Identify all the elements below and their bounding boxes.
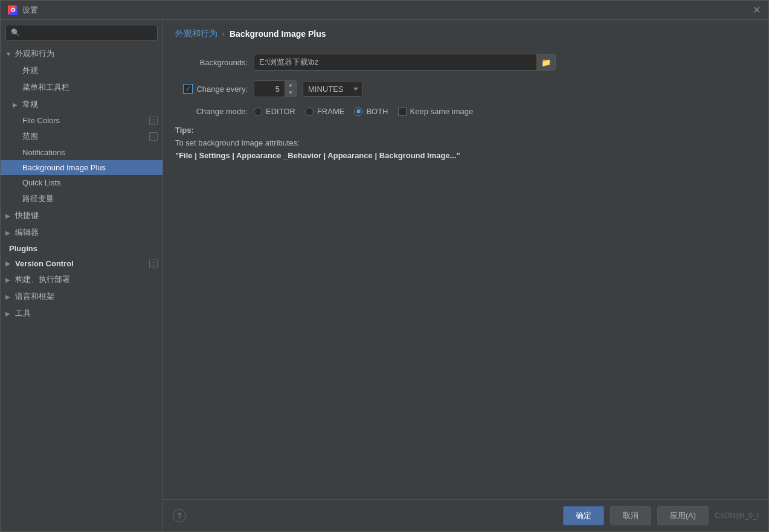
change-mode-row: Change mode: EDITOR FRAME	[175, 107, 756, 116]
sidebar-item-notifications[interactable]: Notifications	[1, 145, 162, 160]
cancel-button[interactable]: 取消	[610, 506, 651, 525]
radio-editor-label: EDITOR	[266, 107, 295, 116]
arrow-down-icon: ▼	[5, 51, 13, 57]
file-colors-badge: □	[149, 117, 158, 125]
sidebar-item-editor[interactable]: ▶ 编辑器	[1, 224, 162, 241]
sidebar-nav: ▼ 外观和行为 外观 菜单和工具栏 ▶ 常规 File Colors □	[1, 45, 162, 531]
arrow-right-icon-4: ▶	[5, 260, 13, 267]
sidebar-item-background-image-plus[interactable]: Background Image Plus	[1, 160, 162, 175]
browse-button[interactable]: 📁	[536, 54, 556, 71]
radio-editor-outer	[254, 107, 262, 116]
spinner-down-button[interactable]: ▼	[285, 89, 296, 97]
radio-group: EDITOR FRAME BOTH	[254, 107, 473, 116]
tips-body: To set background image attributes: "Fil…	[175, 137, 756, 162]
sidebar-item-quick-lists[interactable]: Quick Lists	[1, 175, 162, 190]
watermark: CSDN@I_0_f	[715, 511, 759, 520]
bottom-bar: ? 确定 取消 应用(A) CSDN@I_0_f	[163, 499, 768, 531]
sidebar-item-general[interactable]: ▶ 常规	[1, 96, 162, 113]
spinner-buttons: ▲ ▼	[285, 81, 296, 97]
keep-same-image-label: Keep same image	[410, 107, 474, 116]
backgrounds-row: Backgrounds: 📁	[175, 54, 756, 71]
change-every-input[interactable]	[254, 81, 285, 97]
sidebar-item-menus-toolbars[interactable]: 菜单和工具栏	[1, 79, 162, 96]
search-box[interactable]: 🔍	[5, 25, 158, 40]
radio-frame-outer	[305, 107, 314, 116]
sidebar-item-tools[interactable]: ▶ 工具	[1, 305, 162, 322]
keep-same-image-item[interactable]: Keep same image	[398, 107, 474, 116]
tips-line2: "File | Settings | Appearance _Behavior …	[175, 151, 460, 160]
bottom-left: ?	[173, 509, 186, 522]
change-every-label-wrapper: Change every:	[175, 84, 248, 94]
backgrounds-path-input[interactable]	[254, 54, 536, 71]
tips-section: Tips: To set background image attributes…	[175, 126, 756, 162]
radio-both-label: BOTH	[366, 107, 388, 116]
folder-icon: 📁	[541, 58, 551, 67]
title-bar-left: ⚙ 设置	[8, 5, 38, 16]
breadcrumb-current: Background Image Plus	[230, 29, 326, 39]
apply-button[interactable]: 应用(A)	[657, 506, 709, 525]
spinner-up-button[interactable]: ▲	[285, 81, 296, 89]
sidebar-item-appearance[interactable]: 外观	[1, 62, 162, 79]
radio-both[interactable]: BOTH	[354, 107, 388, 116]
number-input-wrapper: ▲ ▼	[254, 80, 297, 97]
tips-title: Tips:	[175, 126, 756, 135]
version-control-badge: □	[149, 260, 158, 268]
sidebar-section-label: 外观和行为	[15, 48, 54, 59]
help-button[interactable]: ?	[173, 509, 186, 522]
arrow-right-icon-3: ▶	[5, 229, 13, 236]
content-spacer	[163, 283, 768, 499]
arrow-right-icon-6: ▶	[5, 293, 13, 300]
sidebar-item-build[interactable]: ▶ 构建、执行部署	[1, 271, 162, 288]
settings-window: ⚙ 设置 ✕ 🔍 ▼ 外观和行为 外观	[0, 0, 769, 532]
tips-line1: To set background image attributes:	[175, 137, 756, 150]
scope-badge: □	[149, 132, 158, 141]
arrow-right-icon-7: ▶	[5, 310, 13, 317]
breadcrumb-parent[interactable]: 外观和行为	[175, 28, 217, 39]
main-area: 🔍 ▼ 外观和行为 外观 菜单和工具栏 ▶ 常规	[1, 20, 768, 531]
close-button[interactable]: ✕	[751, 5, 761, 15]
backgrounds-path-wrapper: 📁	[254, 54, 556, 71]
time-unit-select[interactable]: SECONDS MINUTES HOURS	[303, 81, 362, 97]
sidebar-item-appearance-behavior[interactable]: ▼ 外观和行为	[1, 45, 162, 62]
ok-button[interactable]: 确定	[563, 506, 604, 525]
backgrounds-label: Backgrounds:	[175, 58, 248, 67]
breadcrumb: 外观和行为 › Background Image Plus	[163, 20, 768, 48]
content-area: 外观和行为 › Background Image Plus Background…	[163, 20, 768, 531]
bottom-right-buttons: 确定 取消 应用(A) CSDN@I_0_f	[563, 506, 759, 525]
arrow-right-icon-2: ▶	[5, 213, 13, 219]
search-input[interactable]	[24, 28, 152, 37]
arrow-right-icon: ▶	[13, 101, 20, 108]
arrow-right-icon-5: ▶	[5, 277, 13, 283]
change-every-row: Change every: ▲ ▼ SECONDS MINUTES HOURS	[175, 80, 756, 97]
change-every-checkbox[interactable]	[183, 84, 193, 94]
radio-both-outer	[354, 107, 362, 116]
radio-frame-label: FRAME	[317, 107, 345, 116]
sidebar-item-hotkeys[interactable]: ▶ 快捷键	[1, 207, 162, 224]
app-icon: ⚙	[8, 5, 18, 15]
sidebar: 🔍 ▼ 外观和行为 外观 菜单和工具栏 ▶ 常规	[1, 20, 163, 531]
sidebar-item-version-control[interactable]: ▶ Version Control □	[1, 256, 162, 271]
change-every-label: Change every:	[196, 85, 248, 94]
title-bar: ⚙ 设置 ✕	[1, 1, 768, 20]
search-icon: 🔍	[11, 28, 20, 37]
sidebar-item-path-variables[interactable]: 路径变量	[1, 190, 162, 207]
window-title: 设置	[22, 5, 38, 16]
sidebar-item-scope[interactable]: 范围 □	[1, 128, 162, 145]
radio-both-inner	[356, 109, 361, 114]
keep-same-image-checkbox[interactable]	[398, 107, 407, 116]
content-body: Backgrounds: 📁 Change every:	[163, 48, 768, 283]
sidebar-item-plugins[interactable]: Plugins	[1, 241, 162, 256]
sidebar-item-languages[interactable]: ▶ 语言和框架	[1, 288, 162, 305]
radio-editor[interactable]: EDITOR	[254, 107, 295, 116]
breadcrumb-separator: ›	[222, 30, 225, 38]
sidebar-item-file-colors[interactable]: File Colors □	[1, 113, 162, 128]
radio-frame[interactable]: FRAME	[305, 107, 345, 116]
change-mode-label: Change mode:	[175, 107, 248, 116]
